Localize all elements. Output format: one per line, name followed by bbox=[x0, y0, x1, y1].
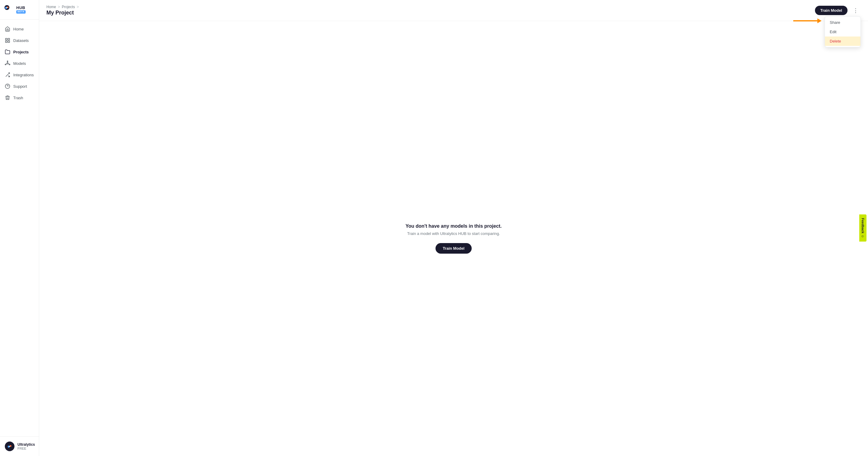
logo-text: HUB BETA bbox=[16, 6, 26, 13]
empty-state: You don't have any models in this projec… bbox=[39, 21, 868, 456]
breadcrumb-sep-2: > bbox=[76, 5, 79, 9]
dropdown-delete[interactable]: Delete bbox=[825, 36, 861, 46]
main-content: Home > Projects > My Project Train Model… bbox=[39, 0, 868, 456]
breadcrumb-sep-1: > bbox=[58, 5, 60, 9]
sidebar-label-integrations: Integrations bbox=[13, 73, 34, 77]
breadcrumb-home[interactable]: Home bbox=[46, 5, 56, 9]
empty-title: You don't have any models in this projec… bbox=[405, 224, 501, 229]
sidebar-label-support: Support bbox=[13, 84, 27, 89]
logo-area: HUB BETA bbox=[0, 0, 39, 20]
svg-rect-4 bbox=[5, 38, 7, 40]
svg-rect-6 bbox=[5, 41, 7, 42]
projects-icon bbox=[5, 49, 10, 55]
sidebar-item-projects[interactable]: Projects bbox=[0, 46, 39, 58]
train-model-button[interactable]: Train Model bbox=[815, 6, 847, 15]
sidebar: HUB BETA Home Datasets bbox=[0, 0, 39, 456]
svg-point-9 bbox=[7, 61, 8, 62]
svg-point-22 bbox=[9, 446, 10, 447]
datasets-icon bbox=[5, 38, 10, 43]
sidebar-item-home[interactable]: Home bbox=[0, 23, 39, 35]
models-icon bbox=[5, 61, 10, 66]
dropdown-menu: Share Edit Delete bbox=[825, 16, 861, 47]
sidebar-item-datasets[interactable]: Datasets bbox=[0, 35, 39, 46]
dropdown-share[interactable]: Share bbox=[825, 18, 861, 27]
svg-rect-7 bbox=[8, 41, 10, 42]
sidebar-label-models: Models bbox=[13, 61, 26, 66]
integrations-icon bbox=[5, 72, 10, 78]
feedback-icon: ☺ bbox=[861, 235, 865, 238]
sidebar-item-integrations[interactable]: Integrations bbox=[0, 69, 39, 81]
trash-icon bbox=[5, 95, 10, 101]
svg-rect-5 bbox=[8, 38, 10, 40]
feedback-label: Feedback bbox=[861, 218, 865, 233]
breadcrumb: Home > Projects > bbox=[46, 5, 79, 9]
ultralytics-logo-icon bbox=[4, 5, 14, 15]
feedback-tab[interactable]: Feedback ☺ bbox=[859, 215, 867, 241]
sidebar-label-projects: Projects bbox=[13, 50, 29, 54]
sidebar-label-home: Home bbox=[13, 27, 24, 31]
sidebar-item-support[interactable]: Support bbox=[0, 81, 39, 92]
empty-subtitle: Train a model with Ultralytics HUB to st… bbox=[407, 231, 500, 236]
header: Home > Projects > My Project Train Model… bbox=[39, 0, 868, 21]
empty-train-model-button[interactable]: Train Model bbox=[435, 243, 472, 254]
svg-line-13 bbox=[8, 64, 9, 64]
user-plan: FREE bbox=[18, 447, 35, 450]
user-info: Ultralytics FREE bbox=[18, 443, 35, 450]
sidebar-item-trash[interactable]: Trash bbox=[0, 92, 39, 104]
more-options-button[interactable]: ⋮ bbox=[850, 6, 861, 15]
breadcrumb-area: Home > Projects > My Project bbox=[46, 5, 79, 16]
breadcrumb-projects[interactable]: Projects bbox=[62, 5, 75, 9]
user-profile[interactable]: Ultralytics FREE bbox=[0, 436, 39, 456]
avatar bbox=[5, 441, 14, 451]
svg-point-3 bbox=[6, 7, 7, 8]
sidebar-label-datasets: Datasets bbox=[13, 38, 29, 43]
home-icon bbox=[5, 26, 10, 32]
hub-label: HUB bbox=[16, 6, 26, 10]
support-icon bbox=[5, 84, 10, 89]
header-actions: Train Model ⋮ Share Edit Delete bbox=[815, 6, 861, 15]
dropdown-edit[interactable]: Edit bbox=[825, 27, 861, 36]
sidebar-label-trash: Trash bbox=[13, 95, 23, 100]
svg-line-14 bbox=[6, 64, 7, 64]
nav-menu: Home Datasets Projects bbox=[0, 20, 39, 436]
user-name: Ultralytics bbox=[18, 443, 35, 447]
page-title: My Project bbox=[46, 10, 79, 16]
beta-badge: BETA bbox=[16, 10, 26, 13]
sidebar-item-models[interactable]: Models bbox=[0, 58, 39, 69]
